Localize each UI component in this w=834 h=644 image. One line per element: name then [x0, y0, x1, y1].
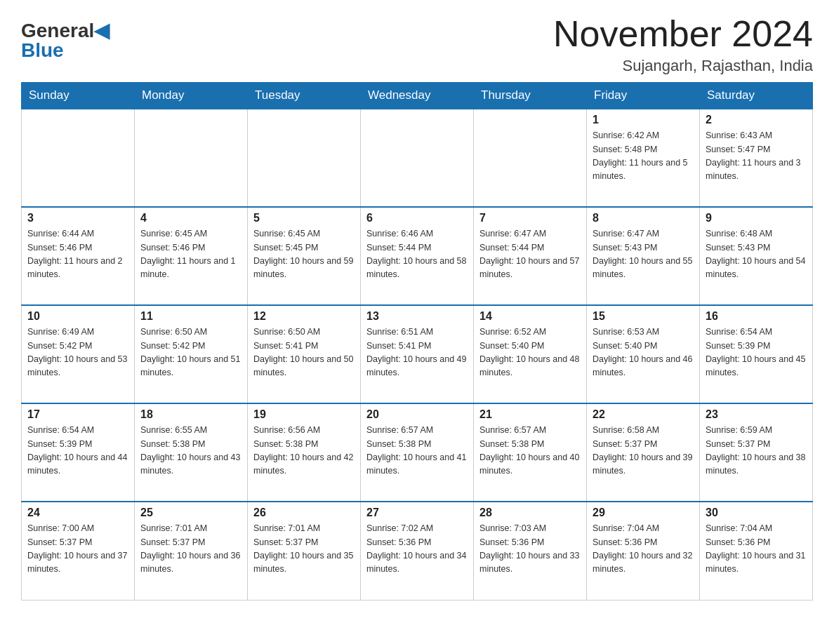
month-title: November 2024: [553, 14, 813, 54]
header-sunday: Sunday: [22, 83, 135, 109]
day-number: 24: [27, 507, 128, 519]
day-info: Sunrise: 6:58 AM Sunset: 5:37 PM Dayligh…: [593, 424, 694, 478]
day-number: 12: [253, 310, 355, 323]
day-number: 29: [593, 507, 694, 519]
day-info: Sunrise: 6:59 AM Sunset: 5:37 PM Dayligh…: [706, 424, 807, 478]
logo: General◀ Blue: [21, 14, 110, 60]
calendar-cell: 17Sunrise: 6:54 AM Sunset: 5:39 PM Dayli…: [22, 403, 135, 502]
day-number: 9: [706, 212, 807, 224]
day-info: Sunrise: 6:57 AM Sunset: 5:38 PM Dayligh…: [366, 424, 468, 478]
days-header-row: Sunday Monday Tuesday Wednesday Thursday…: [22, 83, 813, 109]
day-info: Sunrise: 6:50 AM Sunset: 5:41 PM Dayligh…: [253, 326, 355, 380]
day-info: Sunrise: 7:02 AM Sunset: 5:36 PM Dayligh…: [366, 522, 468, 577]
day-info: Sunrise: 6:47 AM Sunset: 5:44 PM Dayligh…: [479, 227, 581, 282]
calendar-cell: 2Sunrise: 6:43 AM Sunset: 5:47 PM Daylig…: [700, 109, 813, 207]
day-number: 5: [253, 212, 355, 224]
calendar-cell: 27Sunrise: 7:02 AM Sunset: 5:36 PM Dayli…: [361, 502, 474, 600]
day-number: 1: [593, 114, 694, 126]
calendar-cell: 25Sunrise: 7:01 AM Sunset: 5:37 PM Dayli…: [135, 502, 248, 600]
day-info: Sunrise: 6:44 AM Sunset: 5:46 PM Dayligh…: [27, 227, 128, 282]
day-number: 16: [706, 310, 807, 323]
day-info: Sunrise: 6:45 AM Sunset: 5:46 PM Dayligh…: [140, 227, 241, 282]
calendar-cell: [361, 109, 474, 207]
header-thursday: Thursday: [474, 83, 587, 109]
day-info: Sunrise: 7:00 AM Sunset: 5:37 PM Dayligh…: [27, 522, 128, 577]
calendar-cell: 22Sunrise: 6:58 AM Sunset: 5:37 PM Dayli…: [587, 403, 700, 502]
header-wednesday: Wednesday: [361, 83, 474, 109]
header-monday: Monday: [135, 83, 248, 109]
day-info: Sunrise: 6:47 AM Sunset: 5:43 PM Dayligh…: [593, 227, 694, 282]
day-info: Sunrise: 7:01 AM Sunset: 5:37 PM Dayligh…: [253, 522, 355, 577]
calendar-cell: 19Sunrise: 6:56 AM Sunset: 5:38 PM Dayli…: [248, 403, 361, 502]
day-number: 22: [593, 408, 694, 421]
day-number: 25: [140, 507, 241, 519]
day-number: 18: [140, 408, 241, 421]
logo-arrow-decoration: ◀: [94, 20, 110, 41]
day-number: 6: [366, 212, 468, 224]
calendar-cell: 23Sunrise: 6:59 AM Sunset: 5:37 PM Dayli…: [700, 403, 813, 502]
calendar-cell: 9Sunrise: 6:48 AM Sunset: 5:43 PM Daylig…: [700, 207, 813, 305]
calendar-cell: 24Sunrise: 7:00 AM Sunset: 5:37 PM Dayli…: [22, 502, 135, 600]
day-number: 21: [479, 408, 581, 421]
day-info: Sunrise: 6:48 AM Sunset: 5:43 PM Dayligh…: [706, 227, 807, 282]
calendar-cell: 5Sunrise: 6:45 AM Sunset: 5:45 PM Daylig…: [248, 207, 361, 305]
calendar-cell: 15Sunrise: 6:53 AM Sunset: 5:40 PM Dayli…: [587, 305, 700, 403]
day-info: Sunrise: 7:04 AM Sunset: 5:36 PM Dayligh…: [706, 522, 807, 577]
calendar-cell: 14Sunrise: 6:52 AM Sunset: 5:40 PM Dayli…: [474, 305, 587, 403]
calendar-cell: 7Sunrise: 6:47 AM Sunset: 5:44 PM Daylig…: [474, 207, 587, 305]
day-number: 10: [27, 310, 128, 323]
calendar-cell: [248, 109, 361, 207]
location-title: Sujangarh, Rajasthan, India: [553, 57, 813, 75]
calendar-cell: 4Sunrise: 6:45 AM Sunset: 5:46 PM Daylig…: [135, 207, 248, 305]
day-number: 8: [593, 212, 694, 224]
calendar-cell: 1Sunrise: 6:42 AM Sunset: 5:48 PM Daylig…: [587, 109, 700, 207]
day-info: Sunrise: 6:54 AM Sunset: 5:39 PM Dayligh…: [27, 424, 128, 478]
day-info: Sunrise: 6:51 AM Sunset: 5:41 PM Dayligh…: [366, 326, 468, 380]
day-info: Sunrise: 6:50 AM Sunset: 5:42 PM Dayligh…: [140, 326, 241, 380]
logo-general-text: General◀: [21, 21, 110, 41]
calendar-cell: [474, 109, 587, 207]
week-row-5: 24Sunrise: 7:00 AM Sunset: 5:37 PM Dayli…: [22, 502, 813, 600]
calendar-cell: 28Sunrise: 7:03 AM Sunset: 5:36 PM Dayli…: [474, 502, 587, 600]
calendar-cell: 8Sunrise: 6:47 AM Sunset: 5:43 PM Daylig…: [587, 207, 700, 305]
day-number: 15: [593, 310, 694, 323]
calendar-cell: 6Sunrise: 6:46 AM Sunset: 5:44 PM Daylig…: [361, 207, 474, 305]
day-info: Sunrise: 7:03 AM Sunset: 5:36 PM Dayligh…: [479, 522, 581, 577]
logo-blue-text: Blue: [21, 41, 64, 60]
week-row-4: 17Sunrise: 6:54 AM Sunset: 5:39 PM Dayli…: [22, 403, 813, 502]
header: General◀ Blue November 2024 Sujangarh, R…: [21, 14, 813, 75]
calendar-cell: 16Sunrise: 6:54 AM Sunset: 5:39 PM Dayli…: [700, 305, 813, 403]
day-number: 2: [706, 114, 807, 126]
day-number: 23: [706, 408, 807, 421]
day-info: Sunrise: 6:43 AM Sunset: 5:47 PM Dayligh…: [706, 129, 807, 184]
header-saturday: Saturday: [700, 83, 813, 109]
calendar-table: Sunday Monday Tuesday Wednesday Thursday…: [21, 82, 813, 601]
day-info: Sunrise: 6:45 AM Sunset: 5:45 PM Dayligh…: [253, 227, 355, 282]
day-number: 20: [366, 408, 468, 421]
day-info: Sunrise: 7:01 AM Sunset: 5:37 PM Dayligh…: [140, 522, 241, 577]
calendar-cell: 3Sunrise: 6:44 AM Sunset: 5:46 PM Daylig…: [22, 207, 135, 305]
calendar-cell: 12Sunrise: 6:50 AM Sunset: 5:41 PM Dayli…: [248, 305, 361, 403]
day-info: Sunrise: 6:42 AM Sunset: 5:48 PM Dayligh…: [593, 129, 694, 184]
day-info: Sunrise: 6:57 AM Sunset: 5:38 PM Dayligh…: [479, 424, 581, 478]
day-info: Sunrise: 6:54 AM Sunset: 5:39 PM Dayligh…: [706, 326, 807, 380]
day-number: 26: [253, 507, 355, 519]
day-number: 7: [479, 212, 581, 224]
day-number: 17: [27, 408, 128, 421]
calendar-cell: 10Sunrise: 6:49 AM Sunset: 5:42 PM Dayli…: [22, 305, 135, 403]
calendar-cell: 13Sunrise: 6:51 AM Sunset: 5:41 PM Dayli…: [361, 305, 474, 403]
calendar-cell: 11Sunrise: 6:50 AM Sunset: 5:42 PM Dayli…: [135, 305, 248, 403]
calendar-cell: 20Sunrise: 6:57 AM Sunset: 5:38 PM Dayli…: [361, 403, 474, 502]
day-number: 13: [366, 310, 468, 323]
week-row-3: 10Sunrise: 6:49 AM Sunset: 5:42 PM Dayli…: [22, 305, 813, 403]
day-number: 11: [140, 310, 241, 323]
day-info: Sunrise: 6:46 AM Sunset: 5:44 PM Dayligh…: [366, 227, 468, 282]
day-number: 4: [140, 212, 241, 224]
calendar-cell: 30Sunrise: 7:04 AM Sunset: 5:36 PM Dayli…: [700, 502, 813, 600]
header-friday: Friday: [587, 83, 700, 109]
day-info: Sunrise: 6:55 AM Sunset: 5:38 PM Dayligh…: [140, 424, 241, 478]
week-row-1: 1Sunrise: 6:42 AM Sunset: 5:48 PM Daylig…: [22, 109, 813, 207]
calendar-cell: 18Sunrise: 6:55 AM Sunset: 5:38 PM Dayli…: [135, 403, 248, 502]
day-number: 14: [479, 310, 581, 323]
week-row-2: 3Sunrise: 6:44 AM Sunset: 5:46 PM Daylig…: [22, 207, 813, 305]
